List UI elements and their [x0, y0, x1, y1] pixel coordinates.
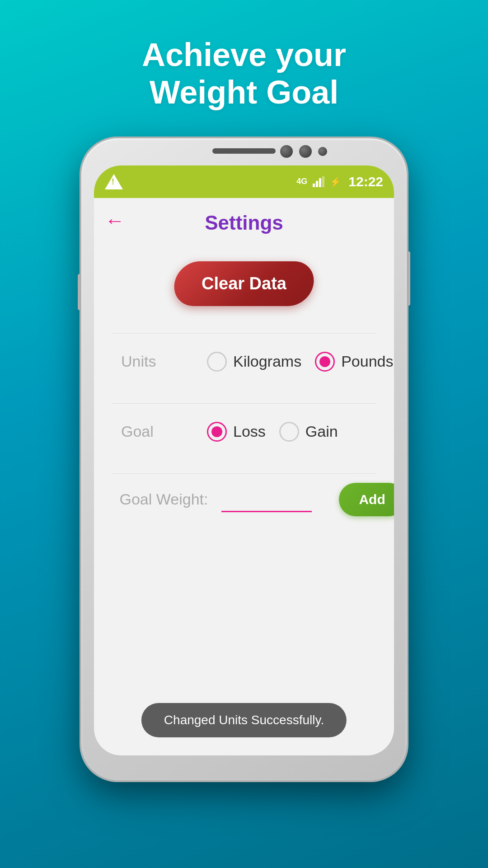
camera-secondary — [299, 145, 312, 158]
battery-bolt-icon: ⚡ — [330, 176, 341, 187]
signal-strength-icon — [313, 176, 324, 187]
signal-4g-label: 4G — [296, 177, 307, 186]
battery-icon: ⚡ — [330, 176, 343, 187]
phone-shell: 4G ⚡ 12:22 ← — [81, 138, 407, 780]
units-row: Units Kilograms — [121, 352, 367, 372]
back-button[interactable]: ← — [105, 211, 125, 231]
hero-title: Achieve your Weight Goal — [86, 36, 402, 111]
status-time: 12:22 — [348, 174, 383, 189]
settings-header: ← Settings — [94, 198, 394, 243]
pounds-option[interactable]: Pounds — [315, 352, 393, 372]
app-content: ← Settings Clear Data Units — [94, 198, 394, 525]
units-radio-group: Kilograms Pounds — [207, 352, 394, 372]
goal-weight-label: Goal Weight: — [120, 491, 208, 508]
kilograms-label: Kilograms — [233, 353, 301, 370]
gain-radio[interactable] — [279, 422, 299, 442]
status-right: 4G ⚡ 12:22 — [296, 174, 383, 189]
status-bar: 4G ⚡ 12:22 — [94, 165, 394, 198]
phone-speaker — [212, 148, 276, 154]
loss-label: Loss — [233, 423, 266, 440]
loss-option[interactable]: Loss — [207, 422, 266, 442]
pounds-radio[interactable] — [315, 352, 335, 372]
power-button — [407, 251, 410, 306]
camera-main — [280, 145, 293, 158]
clear-data-button[interactable]: Clear Data — [171, 261, 317, 306]
goal-row: Goal Loss — [121, 422, 367, 442]
loss-radio-dot — [211, 426, 222, 437]
volume-button — [78, 274, 81, 310]
goal-label: Goal — [121, 423, 193, 440]
warning-icon — [105, 174, 123, 189]
add-button[interactable]: Add — [339, 483, 394, 516]
camera-small — [318, 147, 327, 156]
pounds-radio-dot — [319, 356, 330, 367]
goal-radio-group: Loss Gain — [207, 422, 367, 442]
clear-data-section: Clear Data — [94, 243, 394, 315]
settings-title: Settings — [205, 212, 283, 234]
units-label: Units — [121, 353, 193, 370]
units-section: Units Kilograms — [94, 334, 394, 403]
pounds-label: Pounds — [341, 353, 393, 370]
goal-section: Goal Loss — [94, 404, 394, 473]
gain-option[interactable]: Gain — [279, 422, 338, 442]
phone-cameras — [280, 145, 327, 158]
goal-weight-input[interactable] — [221, 487, 312, 512]
gain-label: Gain — [305, 423, 338, 440]
phone-screen: 4G ⚡ 12:22 ← — [94, 165, 394, 755]
toast-notification: Changed Units Successfully. — [141, 703, 347, 737]
kilograms-radio[interactable] — [207, 352, 227, 372]
kilograms-option[interactable]: Kilograms — [207, 352, 301, 372]
phone-device: 4G ⚡ 12:22 ← — [81, 138, 407, 780]
loss-radio[interactable] — [207, 422, 227, 442]
goal-weight-row: Goal Weight: Add — [94, 474, 394, 525]
